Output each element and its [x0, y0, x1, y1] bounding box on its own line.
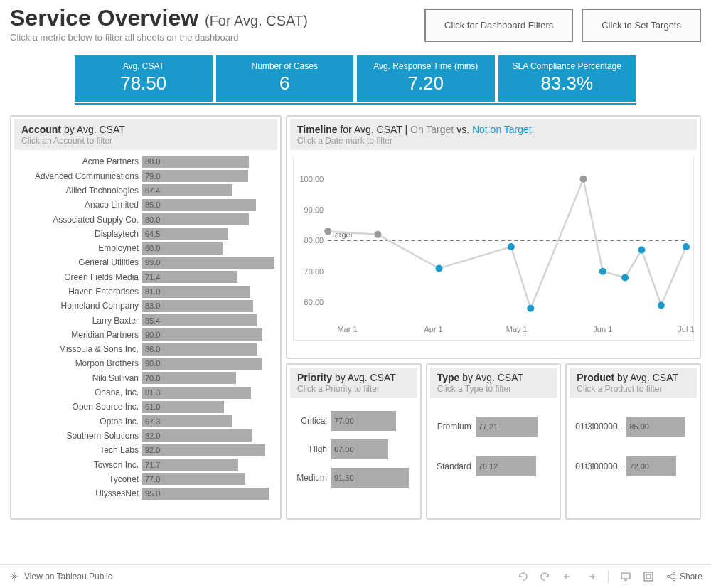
product-label: 01t3i00000.. [571, 461, 626, 471]
account-bar-row[interactable]: Larry Baxter85.4 [16, 313, 276, 327]
bar-value: 80.0 [145, 213, 160, 225]
account-bar-row[interactable]: Missoula & Sons Inc.86.0 [16, 342, 276, 356]
product-title: Product [577, 372, 614, 383]
dashboard-filters-button[interactable]: Click for Dashboard Filters [424, 9, 573, 42]
kpi-card[interactable]: Number of Cases6 [216, 55, 355, 102]
kpi-card[interactable]: SLA Compliance Percentage83.3% [498, 55, 637, 102]
account-bar-row[interactable]: UlyssesNet95.0 [16, 486, 276, 501]
share-button[interactable]: Share [665, 571, 702, 582]
bar-value: 85.00 [629, 417, 649, 437]
priority-label: High [292, 444, 331, 454]
account-bar-row[interactable]: Optos Inc.67.3 [16, 415, 276, 429]
account-bar-row[interactable]: Tech Labs92.0 [16, 443, 276, 457]
bar-value: 91.50 [334, 468, 354, 488]
kpi-card[interactable]: Avg. CSAT78.50 [75, 55, 213, 102]
fullscreen-icon[interactable] [643, 571, 654, 582]
account-bar-row[interactable]: Tyconet77.0 [16, 472, 276, 486]
account-bar-row[interactable]: General Utilities99.0 [16, 255, 276, 269]
kpi-value: 78.50 [77, 73, 210, 95]
type-label: Premium [432, 422, 476, 432]
bar-value: 90.0 [145, 358, 160, 370]
revert-icon[interactable] [562, 571, 574, 582]
account-bar-row[interactable]: Open Source Inc.61.0 [16, 400, 276, 414]
account-bar-row[interactable]: Homeland Company83.0 [16, 299, 276, 313]
account-sub: Click an Account to filter [21, 136, 270, 146]
account-bar-row[interactable]: Acme Partners80.0 [16, 154, 276, 169]
timeline-point[interactable] [683, 243, 690, 250]
timeline-point[interactable] [527, 305, 534, 312]
bar-track: 77.0 [142, 473, 276, 485]
timeline-title: Timeline [297, 124, 338, 135]
timeline-point[interactable] [638, 247, 645, 254]
priority-title-rest: by Avg. CSAT [332, 372, 396, 383]
bar-value: 92.0 [145, 444, 160, 456]
timeline-point[interactable] [374, 231, 381, 238]
bar-track: 83.0 [142, 300, 276, 312]
bar-value: 99.0 [145, 257, 160, 269]
svg-point-22 [673, 578, 675, 581]
svg-rect-18 [644, 572, 653, 581]
bar-value: 83.0 [145, 300, 160, 312]
timeline-point[interactable] [579, 176, 587, 183]
kpi-label: Number of Cases [219, 61, 351, 71]
product-bar-row[interactable]: 01t3i00000..72.00 [571, 447, 695, 486]
account-bar-row[interactable]: Meridian Partners90.0 [16, 328, 276, 342]
account-bar-row[interactable]: Green Fields Media71.4 [16, 270, 276, 284]
view-on-tableau-link[interactable]: View on Tableau Public [9, 571, 112, 582]
priority-bar-row[interactable]: Medium91.50 [292, 464, 416, 492]
timeline-chart[interactable]: 60.0070.0080.0090.00100.00TargetMar 1Apr… [293, 156, 694, 341]
undo-icon[interactable] [517, 571, 528, 582]
account-label: General Utilities [16, 257, 142, 267]
bar-value: 79.0 [145, 170, 160, 182]
account-bar-row[interactable]: Displaytech64.5 [16, 227, 276, 241]
timeline-point[interactable] [621, 274, 629, 282]
bar-track: 92.0 [142, 444, 276, 456]
kpi-label: Avg. CSAT [77, 61, 210, 71]
account-bar-list: Acme Partners80.0Advanced Communications… [11, 153, 280, 503]
kpi-value: 7.20 [360, 73, 492, 95]
account-bar-row[interactable]: Allied Technologies67.4 [16, 183, 276, 198]
svg-point-20 [673, 572, 675, 575]
redo-icon[interactable] [540, 571, 551, 582]
device-preview-icon[interactable] [620, 571, 631, 582]
refresh-icon[interactable] [585, 571, 597, 582]
view-on-tableau-label: View on Tableau Public [24, 572, 112, 582]
product-sub: Click a Product to filter [577, 384, 690, 394]
priority-bar-row[interactable]: Critical77.00 [292, 407, 416, 435]
type-bar-row[interactable]: Premium77.21 [432, 407, 556, 447]
account-bar-row[interactable]: Niki Sullivan70.0 [16, 371, 276, 385]
account-bar-row[interactable]: Advanced Communications79.0 [16, 169, 276, 183]
type-label: Standard [432, 461, 476, 471]
svg-text:60.00: 60.00 [304, 298, 324, 306]
timeline-point[interactable] [599, 268, 606, 275]
account-bar-row[interactable]: Southern Solutions82.0 [16, 429, 276, 443]
account-label: Associated Supply Co. [16, 215, 142, 225]
account-title-rest: by Avg. CSAT [61, 124, 125, 135]
account-bar-row[interactable]: Towson Inc.71.7 [16, 457, 276, 471]
timeline-point[interactable] [324, 228, 331, 235]
product-bar-row[interactable]: 01t3i00000..85.00 [571, 407, 695, 447]
svg-text:80.00: 80.00 [304, 237, 324, 245]
bar-track: 80.0 [142, 156, 276, 168]
priority-bar-row[interactable]: High67.00 [292, 435, 416, 464]
timeline-point[interactable] [435, 265, 442, 272]
account-bar-row[interactable]: Anaco Limited85.0 [16, 198, 276, 212]
timeline-point[interactable] [508, 243, 515, 250]
account-label: Optos Inc. [16, 417, 142, 427]
account-bar-row[interactable]: Morpon Brothers90.0 [16, 356, 276, 370]
share-label: Share [680, 572, 702, 582]
account-bar-row[interactable]: Associated Supply Co.80.0 [16, 212, 276, 226]
account-label: Towson Inc. [16, 460, 142, 470]
bar-value: 67.00 [334, 439, 354, 459]
account-bar-row[interactable]: Ohana, Inc.81.3 [16, 385, 276, 400]
timeline-point[interactable] [658, 302, 665, 309]
kpi-card[interactable]: Avg. Response Time (mins)7.20 [357, 55, 496, 102]
share-icon [665, 571, 677, 582]
type-bar-row[interactable]: Standard76.12 [432, 447, 556, 486]
bar-value: 77.0 [145, 473, 160, 485]
title-main: Service Overview [10, 5, 198, 31]
set-targets-button[interactable]: Click to Set Targets [582, 9, 701, 42]
account-bar-row[interactable]: Haven Enterprises81.0 [16, 284, 276, 299]
bar-track: 64.5 [142, 228, 276, 240]
account-bar-row[interactable]: Employnet60.0 [16, 241, 276, 255]
